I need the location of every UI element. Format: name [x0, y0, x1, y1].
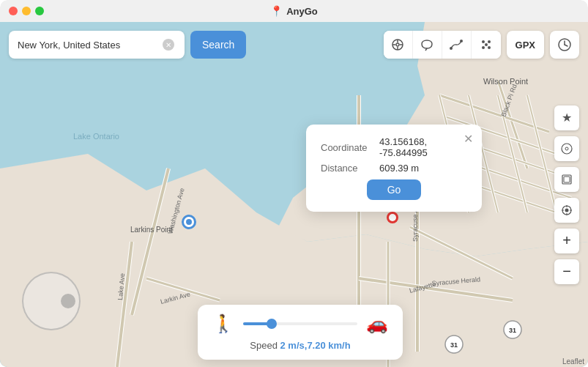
- svg-point-67: [485, 43, 488, 46]
- distance-row: Distance 609.39 m: [321, 163, 467, 174]
- joystick-thumb: [61, 294, 75, 308]
- svg-text:31: 31: [509, 327, 516, 334]
- my-location-button[interactable]: [554, 198, 579, 223]
- compass-icon: [561, 143, 573, 155]
- title-bar: 📍 AnyGo: [0, 0, 588, 22]
- svg-rect-74: [564, 177, 570, 182]
- go-button[interactable]: Go: [367, 179, 422, 200]
- close-light[interactable]: [9, 7, 18, 15]
- svg-point-72: [565, 147, 568, 150]
- coordinate-value: 43.156168, -75.844995: [379, 136, 467, 158]
- search-bar: New York, United States ✕: [9, 31, 185, 59]
- speed-text: Speed 2 m/s,7.20 km/h: [212, 340, 388, 351]
- svg-text:31: 31: [450, 341, 458, 349]
- leaflet-attribution: Leaflet: [562, 357, 584, 366]
- speed-panel: 🚶 🚗 Speed 2 m/s,7.20 km/h: [198, 305, 403, 360]
- svg-point-64: [488, 40, 491, 43]
- layers-icon: [561, 174, 573, 185]
- lasso-icon: [420, 38, 433, 51]
- coordinate-label: Coordinate: [321, 142, 379, 153]
- joystick[interactable]: [22, 272, 81, 330]
- svg-point-76: [565, 208, 569, 212]
- popup-close-button[interactable]: ✕: [464, 132, 473, 146]
- tool-group: [384, 31, 501, 59]
- crosshair-icon: [391, 38, 404, 51]
- pin-icon: 📍: [270, 5, 283, 17]
- multispot-tool-button[interactable]: [472, 31, 501, 59]
- svg-point-59: [396, 43, 399, 46]
- speed-slider[interactable]: [243, 322, 357, 325]
- map-container[interactable]: 31 31 Washington Ave Madison Ave Syracus…: [0, 22, 588, 367]
- speed-slider-thumb: [267, 319, 277, 329]
- clock-button[interactable]: [550, 31, 579, 59]
- coordinate-row: Coordinate 43.156168, -75.844995: [321, 136, 467, 158]
- app-title: 📍 AnyGo: [270, 5, 318, 17]
- walk-icon: 🚶: [212, 314, 234, 334]
- speed-label: Speed: [250, 340, 280, 351]
- layers-button[interactable]: [554, 167, 579, 192]
- multispot-icon: [480, 38, 493, 51]
- svg-point-63: [482, 40, 485, 43]
- map-controls: ★ + −: [554, 105, 579, 284]
- gpx-button[interactable]: GPX: [507, 31, 544, 59]
- search-input-value[interactable]: New York, United States: [18, 40, 163, 51]
- route-tool-button[interactable]: [442, 31, 472, 59]
- lasso-tool-button[interactable]: [413, 31, 442, 59]
- zoom-out-button[interactable]: −: [554, 259, 579, 284]
- coordinate-popup: ✕ Coordinate 43.156168, -75.844995 Dista…: [306, 125, 482, 212]
- svg-text:Lake Ontario: Lake Ontario: [73, 132, 119, 141]
- maximize-light[interactable]: [35, 7, 44, 15]
- speed-value: 2 m/s,7.20 km/h: [280, 340, 351, 351]
- crosshair-tool-button[interactable]: [384, 31, 413, 59]
- wilson-point-label: Wilson Point: [483, 77, 528, 86]
- clock-icon: [557, 37, 572, 52]
- location-icon: [561, 204, 573, 216]
- compass-button[interactable]: [554, 136, 579, 161]
- route-icon: [450, 38, 463, 51]
- distance-label: Distance: [321, 163, 379, 174]
- svg-point-62: [460, 40, 463, 42]
- speed-slider-track: [243, 322, 357, 325]
- svg-point-71: [562, 144, 572, 154]
- favorite-button[interactable]: ★: [554, 105, 579, 130]
- toolbar: New York, United States ✕ Search: [9, 31, 579, 59]
- location-marker: [182, 215, 196, 229]
- clear-search-button[interactable]: ✕: [163, 39, 174, 51]
- svg-point-52: [389, 214, 396, 221]
- speed-icons-row: 🚶 🚗: [212, 314, 388, 334]
- svg-point-66: [488, 46, 491, 49]
- minimize-light[interactable]: [22, 7, 31, 15]
- svg-point-65: [482, 46, 485, 49]
- larkins-point-label: Larkins Point: [130, 226, 173, 234]
- app-name: AnyGo: [286, 6, 318, 17]
- traffic-lights: [9, 7, 44, 15]
- svg-point-61: [450, 47, 453, 50]
- car-icon: 🚗: [366, 314, 388, 334]
- search-button[interactable]: Search: [190, 31, 246, 59]
- svg-line-70: [565, 45, 567, 46]
- zoom-in-button[interactable]: +: [554, 229, 579, 253]
- distance-value: 609.39 m: [379, 163, 419, 174]
